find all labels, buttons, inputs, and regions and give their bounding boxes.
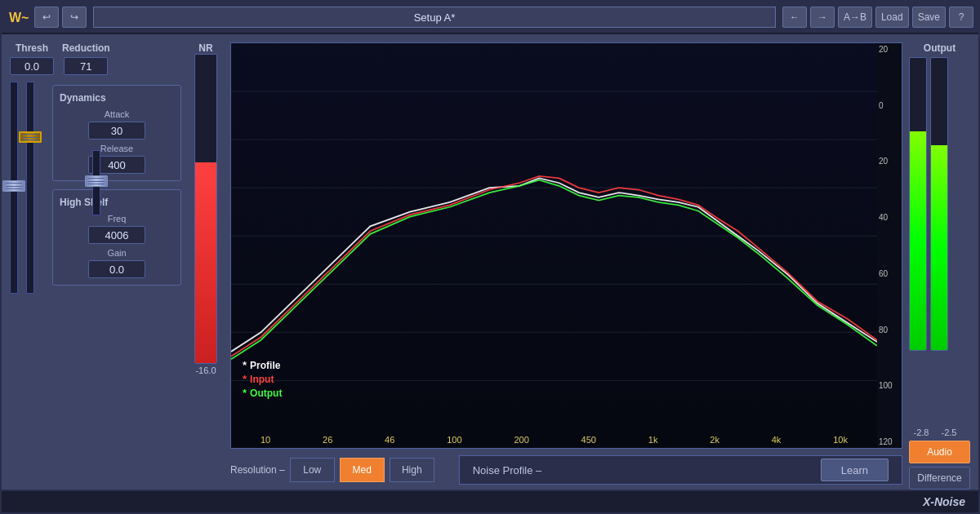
gain-value[interactable]: 0.0 (88, 260, 145, 278)
load-button[interactable]: Load (875, 7, 909, 28)
audio-diff-section: Audio Difference (909, 441, 970, 490)
reduction-group: Reduction 71 (62, 42, 110, 75)
output-meter-right (930, 57, 948, 351)
attack-row: Attack 30 (60, 109, 174, 140)
ab-button[interactable]: A→B (838, 7, 872, 28)
noise-profile-label: Noise Profile – (473, 464, 542, 476)
thresh-value[interactable]: 0.0 (10, 57, 54, 75)
freq-26: 26 (323, 435, 332, 445)
res-med-button[interactable]: Med (340, 458, 385, 482)
freq-10k: 10k (833, 435, 848, 445)
svg-text:W~: W~ (9, 11, 29, 24)
freq-10: 10 (261, 435, 270, 445)
spectrum-svg (231, 43, 877, 448)
reduction-value[interactable]: 71 (64, 57, 108, 75)
freq-4k: 4k (772, 435, 782, 445)
db-40: 40 (879, 213, 900, 222)
svg-rect-1 (231, 43, 877, 448)
output-text: Output (250, 388, 282, 399)
db-20b: 20 (879, 157, 900, 166)
db-80: 80 (879, 326, 900, 335)
spectrum-section: * Profile * Input * Output 20 0 (230, 42, 902, 490)
freq-450: 450 (581, 435, 596, 445)
resolution-section: Resolution – Low Med High (230, 458, 434, 482)
freq-row: Freq 4006 (60, 214, 174, 244)
freq-2k: 2k (710, 435, 719, 445)
output-left-value: -2.8 (909, 428, 933, 437)
profile-star: * (243, 359, 247, 371)
output-meter-left (909, 57, 927, 351)
nr-label: NR (198, 42, 212, 54)
setup-name: Setup A* (93, 7, 776, 28)
output-panel: Output -2.8 -2.5 Audio Difference (909, 42, 970, 490)
db-60: 60 (879, 269, 900, 278)
reduction-slider-thumb[interactable] (19, 131, 42, 143)
main-window: W~ ↩ ↪ Setup A* ← → A→B Load Save ? Thre… (0, 0, 980, 514)
undo-button[interactable]: ↩ (34, 7, 59, 28)
audio-button[interactable]: Audio (909, 441, 970, 463)
input-star: * (243, 373, 247, 385)
nr-column: NR -16.0 (188, 42, 224, 490)
waves-logo: W~ (7, 6, 31, 29)
res-low-button[interactable]: Low (290, 458, 335, 482)
noise-profile-section: Noise Profile – Learn (459, 455, 902, 485)
db-100: 100 (879, 381, 900, 390)
nr-meter (194, 54, 217, 364)
extra-slider-wrap (10, 150, 181, 215)
db-120: 120 (879, 437, 900, 446)
left-panel: Thresh 0.0 Reduction 71 (10, 42, 181, 490)
freq-46: 46 (385, 435, 394, 445)
db-0: 0 (879, 101, 900, 110)
output-star: * (243, 387, 247, 399)
gain-row: Gain 0.0 (60, 248, 174, 278)
freq-200: 200 (514, 435, 528, 445)
db-20: 20 (879, 45, 900, 54)
status-bar: X-Noise (2, 490, 978, 512)
extra-slider-thumb[interactable] (85, 175, 108, 187)
resolution-label: Resolution – (230, 464, 285, 476)
profile-text: Profile (250, 360, 280, 371)
dynamics-title: Dynamics (60, 92, 106, 104)
output-meter-right-fill (931, 145, 947, 350)
learn-button[interactable]: Learn (821, 459, 889, 481)
input-text: Input (250, 374, 274, 385)
gain-label: Gain (107, 248, 126, 258)
res-high-button[interactable]: High (390, 458, 434, 482)
output-label: Output (909, 42, 970, 54)
output-right-value: -2.5 (937, 428, 961, 437)
help-button[interactable]: ? (949, 7, 973, 28)
output-values: -2.8 -2.5 (909, 428, 970, 437)
legend-output: * Output (243, 387, 282, 399)
freq-100: 100 (447, 435, 461, 445)
spectrum-legend: * Profile * Input * Output (243, 359, 282, 399)
reduction-label: Reduction (62, 42, 110, 54)
thresh-label: Thresh (16, 42, 48, 54)
legend-profile: * Profile (243, 359, 282, 371)
output-meter-left-fill (910, 131, 926, 351)
difference-button[interactable]: Difference (909, 467, 970, 490)
prev-button[interactable]: ← (782, 7, 807, 28)
freq-value[interactable]: 4006 (88, 226, 145, 244)
db-axis: 20 0 20 40 60 80 100 120 (877, 43, 902, 448)
output-meters (909, 57, 970, 424)
attack-value[interactable]: 30 (88, 122, 145, 140)
attack-label: Attack (105, 109, 130, 119)
next-button[interactable]: → (810, 7, 835, 28)
legend-input: * Input (243, 373, 282, 385)
extra-slider[interactable] (92, 150, 100, 215)
nr-value: -16.0 (195, 366, 216, 375)
plugin-name: X-Noise (923, 495, 965, 508)
freq-axis: 10 26 46 100 200 450 1k 2k 4k 10k (231, 432, 877, 448)
thresh-group: Thresh 0.0 (10, 42, 54, 75)
main-content-area: Thresh 0.0 Reduction 71 (2, 34, 978, 490)
redo-button[interactable]: ↪ (62, 7, 87, 28)
freq-1k: 1k (648, 435, 658, 445)
thresh-reduction-row: Thresh 0.0 Reduction 71 (10, 42, 181, 75)
spectrum-display: * Profile * Input * Output 20 0 (230, 42, 902, 449)
save-button[interactable]: Save (912, 7, 946, 28)
top-bar: W~ ↩ ↪ Setup A* ← → A→B Load Save ? (2, 2, 978, 34)
